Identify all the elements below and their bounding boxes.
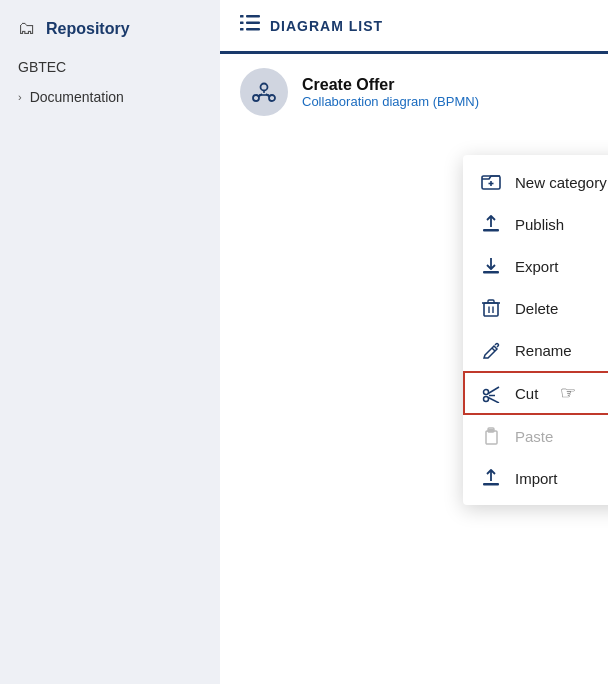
- rename-icon: [481, 340, 501, 360]
- sidebar: 🗂 Repository GBTEC › Documentation: [0, 0, 220, 684]
- import-icon: [481, 468, 501, 488]
- svg-rect-3: [240, 15, 244, 18]
- main-area: DIAGRAM LIST Create Offer Collaboration …: [220, 0, 608, 684]
- svg-point-7: [253, 95, 259, 101]
- context-menu: New category Publish Expor: [463, 155, 608, 505]
- chevron-icon: ›: [18, 91, 22, 103]
- menu-item-new-category[interactable]: New category: [463, 161, 608, 203]
- menu-item-publish-label: Publish: [515, 216, 564, 233]
- diagram-entry[interactable]: Create Offer Collaboration diagram (BPMN…: [220, 54, 608, 130]
- svg-line-26: [488, 398, 499, 404]
- menu-item-cut[interactable]: Cut ☞: [463, 371, 608, 415]
- delete-icon: [481, 298, 501, 318]
- sidebar-header: 🗂 Repository: [0, 14, 220, 53]
- sidebar-title: Repository: [46, 20, 130, 38]
- new-category-icon: [481, 172, 501, 192]
- menu-item-paste: Paste: [463, 415, 608, 457]
- cut-icon: [481, 383, 501, 403]
- svg-rect-16: [483, 229, 499, 232]
- menu-item-export[interactable]: Export: [463, 245, 608, 287]
- menu-item-rename[interactable]: Rename: [463, 329, 608, 371]
- menu-item-publish[interactable]: Publish: [463, 203, 608, 245]
- menu-item-delete[interactable]: Delete: [463, 287, 608, 329]
- diagram-type: Collaboration diagram (BPMN): [302, 94, 479, 109]
- svg-line-22: [492, 348, 495, 351]
- menu-item-delete-label: Delete: [515, 300, 558, 317]
- svg-rect-4: [240, 22, 244, 25]
- svg-rect-1: [246, 22, 260, 25]
- diagram-list-header: DIAGRAM LIST: [220, 0, 608, 54]
- list-icon: [240, 14, 260, 37]
- svg-rect-31: [483, 483, 499, 486]
- sidebar-item-documentation[interactable]: › Documentation: [0, 81, 220, 113]
- sidebar-doc-label: Documentation: [30, 89, 124, 105]
- export-icon: [481, 256, 501, 276]
- svg-point-24: [484, 390, 489, 395]
- sidebar-company: GBTEC: [0, 53, 220, 81]
- svg-rect-2: [246, 28, 260, 31]
- menu-item-import-label: Import: [515, 470, 558, 487]
- paste-icon: [481, 426, 501, 446]
- svg-rect-0: [246, 15, 260, 18]
- svg-rect-5: [240, 28, 244, 31]
- svg-point-8: [269, 95, 275, 101]
- svg-rect-18: [484, 303, 498, 316]
- svg-rect-30: [488, 429, 494, 432]
- menu-item-import[interactable]: Import ›: [463, 457, 608, 499]
- diagram-thumbnail: [240, 68, 288, 116]
- menu-item-rename-label: Rename: [515, 342, 572, 359]
- cursor-icon: ☞: [560, 382, 576, 404]
- svg-point-6: [261, 84, 268, 91]
- svg-rect-28: [486, 431, 497, 444]
- publish-icon: [481, 214, 501, 234]
- menu-item-export-label: Export: [515, 258, 558, 275]
- svg-rect-17: [483, 271, 499, 274]
- svg-point-23: [484, 397, 489, 402]
- svg-line-25: [488, 387, 499, 394]
- menu-item-new-category-label: New category: [515, 174, 607, 191]
- diagram-name: Create Offer: [302, 76, 479, 94]
- menu-item-paste-label: Paste: [515, 428, 553, 445]
- diagram-list-title: DIAGRAM LIST: [270, 18, 383, 34]
- diagram-info: Create Offer Collaboration diagram (BPMN…: [302, 76, 479, 109]
- folder-icon: 🗂: [18, 18, 36, 39]
- menu-item-cut-label: Cut: [515, 385, 538, 402]
